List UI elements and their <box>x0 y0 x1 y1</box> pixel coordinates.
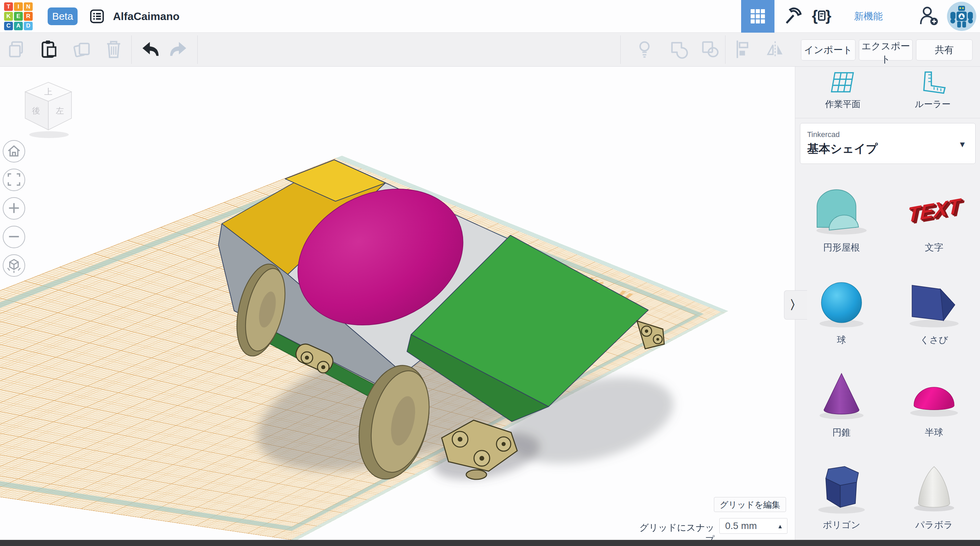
align-button[interactable] <box>732 39 754 60</box>
shape-round-roof[interactable]: 円形屋根 <box>795 170 888 262</box>
edit-grid-button[interactable]: グリッドを編集 <box>714 497 786 512</box>
blocks-grid-icon <box>751 9 765 24</box>
hemisphere-icon <box>893 365 975 425</box>
text-shape-icon: TEXT <box>907 194 961 227</box>
shape-hemisphere[interactable]: 半球 <box>888 355 980 448</box>
shape-label: 半球 <box>925 426 943 438</box>
codeblocks-icon: { } <box>811 6 832 27</box>
shape-sphere[interactable]: 球 <box>795 262 888 355</box>
shapes-sidebar: 作業平面 ルーラー Tinkercad 基本シェイプ ▼ <box>795 67 980 546</box>
library-title: 基本シェイプ <box>807 141 969 157</box>
logo-tile: T <box>4 2 13 11</box>
shape-gallery: 円形屋根 TEXT 文字 球 くさび <box>795 170 980 540</box>
delete-button[interactable] <box>103 39 124 60</box>
import-button[interactable]: インポート <box>801 40 856 60</box>
edit-toolbar: インポート エクスポート 共有 <box>0 33 980 67</box>
perspective-toggle-button[interactable] <box>3 254 25 277</box>
round-roof-icon <box>801 179 882 241</box>
logo-tile: I <box>14 2 23 11</box>
minecraft-export-button[interactable] <box>778 0 806 33</box>
chevron-right-icon: 〉 <box>790 298 802 312</box>
duplicate-button[interactable] <box>71 39 92 60</box>
shape-library-dropdown[interactable]: Tinkercad 基本シェイプ ▼ <box>800 123 975 164</box>
fit-view-button[interactable] <box>3 168 25 191</box>
toolbar-divider <box>131 35 132 64</box>
invite-button[interactable] <box>915 0 943 33</box>
ruler-icon <box>919 91 946 96</box>
beta-badge-button[interactable]: Beta <box>48 8 78 25</box>
shape-text[interactable]: TEXT 文字 <box>888 170 980 262</box>
svg-text:}: } <box>826 7 831 24</box>
paste-button[interactable] <box>37 39 59 60</box>
shape-label: 文字 <box>925 241 943 254</box>
chevron-down-icon: ▼ <box>958 140 966 149</box>
hide-selection-button[interactable] <box>633 39 655 60</box>
shape-cone[interactable]: 円錐 <box>795 355 888 448</box>
ungroup-button[interactable] <box>699 39 721 60</box>
paraboloid-icon <box>893 457 975 518</box>
home-view-button[interactable] <box>3 140 25 162</box>
sphere-icon <box>801 272 882 333</box>
toolbar-divider <box>197 35 198 64</box>
design-properties-button[interactable] <box>89 8 105 24</box>
zoom-in-button[interactable] <box>3 197 25 220</box>
group-icon <box>668 56 689 60</box>
duplicate-icon <box>72 56 92 60</box>
redo-icon <box>170 56 191 60</box>
zoom-out-button[interactable] <box>3 226 25 248</box>
robot-avatar-icon <box>947 27 976 31</box>
viewport-3d[interactable]: 作業平面 <box>0 67 795 546</box>
shape-label: 円錐 <box>832 426 851 438</box>
mirror-button[interactable] <box>764 39 786 60</box>
logo-tile: K <box>4 12 13 21</box>
shape-polygon[interactable]: ポリゴン <box>795 448 888 540</box>
redo-button[interactable] <box>169 39 191 60</box>
trash-icon <box>103 56 124 60</box>
view-nav-column <box>3 140 25 277</box>
undo-button[interactable] <box>137 39 159 60</box>
new-features-link[interactable]: 新機能 <box>854 0 883 33</box>
caret-up-icon: ▲ <box>777 523 783 530</box>
wedge-icon <box>893 272 975 333</box>
logo-tile: D <box>24 22 33 30</box>
export-button[interactable]: エクスポート <box>859 40 913 60</box>
top-bar: T I N K E R C A D Beta AlfaCaimano <box>0 0 980 33</box>
dashboard-grid-button[interactable] <box>741 0 775 33</box>
person-plus-icon <box>918 5 940 28</box>
svg-text:左: 左 <box>56 106 64 115</box>
paste-icon <box>38 56 59 60</box>
logo-tile: A <box>14 22 23 30</box>
shape-label: くさび <box>920 334 948 346</box>
view-cube[interactable]: 上 後 左 <box>18 78 79 144</box>
ruler-tool-button[interactable]: ルーラー <box>895 70 970 110</box>
sidebar-collapse-handle[interactable]: 〉 <box>784 290 807 319</box>
design-title: AlfaCaimano <box>113 10 180 23</box>
snap-grid-select[interactable]: 0.5 mm ▲ <box>719 518 788 534</box>
shape-wedge[interactable]: くさび <box>888 262 980 355</box>
ungroup-icon <box>700 56 721 60</box>
library-brand: Tinkercad <box>807 130 969 139</box>
workplane-tool-button[interactable]: 作業平面 <box>805 70 880 110</box>
share-button[interactable]: 共有 <box>916 40 972 60</box>
polygon-prism-icon <box>801 457 882 518</box>
group-button[interactable] <box>668 39 689 60</box>
list-icon <box>89 20 105 25</box>
svg-text:{: { <box>812 7 818 24</box>
ruler-tool-label: ルーラー <box>895 98 970 110</box>
model-car[interactable] <box>0 67 795 546</box>
shape-label: 球 <box>837 334 846 346</box>
avatar[interactable] <box>947 2 976 31</box>
codeblocks-button[interactable]: { } <box>808 0 835 33</box>
scene-tools: 作業平面 ルーラー <box>795 67 980 118</box>
mirror-icon <box>765 56 785 60</box>
workplane-icon <box>829 91 856 96</box>
tinkercad-logo[interactable]: T I N K E R C A D <box>4 2 33 30</box>
logo-tile: N <box>24 2 33 11</box>
shape-paraboloid[interactable]: パラボラ <box>888 448 980 540</box>
align-icon <box>733 56 753 60</box>
shape-label: ポリゴン <box>823 519 861 531</box>
logo-tile: C <box>4 22 13 30</box>
svg-text:後: 後 <box>32 106 40 115</box>
copy-button[interactable] <box>5 39 27 60</box>
undo-icon <box>138 56 159 60</box>
